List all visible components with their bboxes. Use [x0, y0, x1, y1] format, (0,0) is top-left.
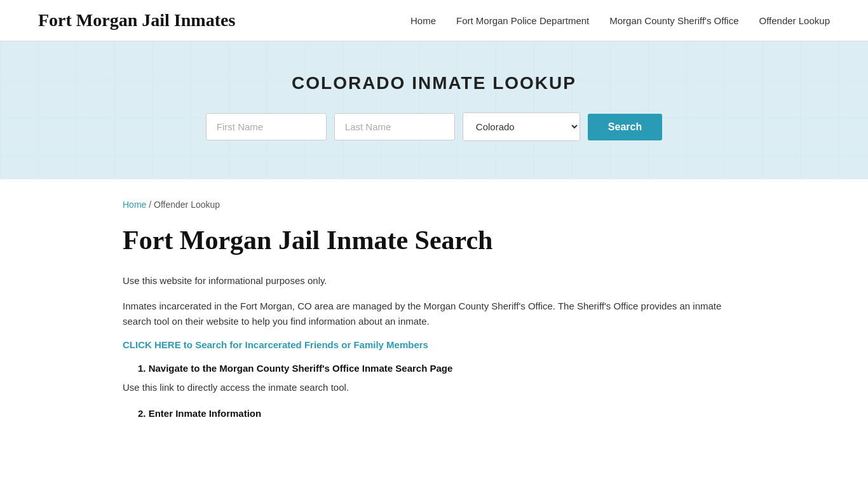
first-name-input[interactable]: [206, 113, 327, 140]
step-1-text: Use this link to directly access the inm…: [123, 380, 745, 395]
hero-title: COLORADO INMATE LOOKUP: [13, 73, 855, 93]
site-header: Fort Morgan Jail Inmates Home Fort Morga…: [0, 0, 868, 41]
main-content: Home / Offender Lookup Fort Morgan Jail …: [85, 179, 783, 463]
state-select[interactable]: ColoradoAlabamaAlaskaArizonaArkansasCali…: [463, 112, 580, 141]
nav-morgan-county-sheriff[interactable]: Morgan County Sheriff's Office: [609, 15, 738, 26]
search-button[interactable]: Search: [588, 114, 662, 140]
breadcrumb-separator: /: [149, 200, 154, 210]
hero-section: COLORADO INMATE LOOKUP ColoradoAlabamaAl…: [0, 41, 868, 179]
step-1: 1. Navigate to the Morgan County Sheriff…: [123, 363, 745, 374]
step-2: 2. Enter Inmate Information: [123, 408, 745, 419]
step-1-label: 1. Navigate to the Morgan County Sheriff…: [138, 363, 745, 374]
page-title: Fort Morgan Jail Inmate Search: [123, 225, 745, 255]
nav-fort-morgan-pd[interactable]: Fort Morgan Police Department: [456, 15, 589, 26]
nav-offender-lookup[interactable]: Offender Lookup: [759, 15, 830, 26]
last-name-input[interactable]: [334, 113, 455, 140]
nav-home[interactable]: Home: [410, 15, 436, 26]
main-nav: Home Fort Morgan Police Department Morga…: [410, 15, 830, 26]
breadcrumb: Home / Offender Lookup: [123, 200, 745, 210]
cta-link[interactable]: CLICK HERE to Search for Incarcerated Fr…: [123, 339, 428, 350]
intro-para-2: Inmates incarcerated in the Fort Morgan,…: [123, 299, 745, 329]
site-title[interactable]: Fort Morgan Jail Inmates: [38, 10, 235, 30]
inmate-search-form: ColoradoAlabamaAlaskaArizonaArkansasCali…: [13, 112, 855, 141]
step-2-label: 2. Enter Inmate Information: [138, 408, 745, 419]
intro-para-1: Use this website for informational purpo…: [123, 273, 745, 288]
breadcrumb-current: Offender Lookup: [154, 200, 220, 210]
breadcrumb-home[interactable]: Home: [123, 200, 146, 210]
